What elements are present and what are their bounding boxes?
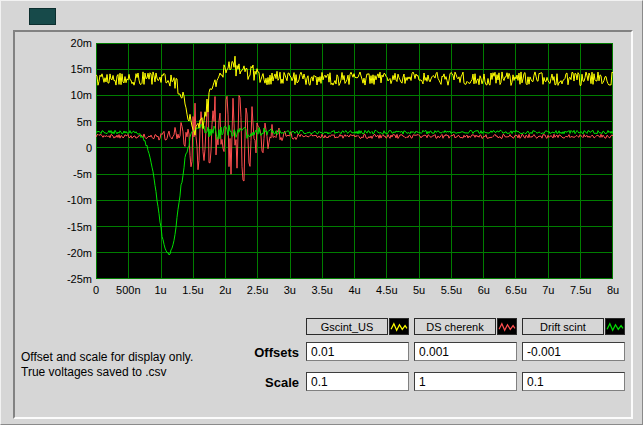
offset-input-gscint-us[interactable] [306,342,409,361]
scale-input-ds-cherenk[interactable] [414,372,517,391]
x-tick-label: 500n [116,284,140,296]
legend-label: Gscint_US [306,318,388,335]
x-tick-label: 7u [542,284,554,296]
offset-input-ds-cherenk[interactable] [414,342,517,361]
x-tick-label: 2u [219,284,231,296]
y-tick-label: 0 [86,142,92,154]
y-tick-label: 10m [71,89,92,101]
x-tick-label: 5u [413,284,425,296]
legend-item-gscint-us[interactable]: Gscint_US [306,318,409,335]
front-panel: 20m15m10m5m0-5m-10m-15m-20m-25m 0500n1u1… [0,0,643,425]
legend-label: DS cherenk [414,318,496,335]
x-tick-label: 3.5u [311,284,332,296]
x-tick-label: 4u [348,284,360,296]
x-tick-label: 7.5u [570,284,591,296]
x-tick-label: 0 [93,284,99,296]
note-line-1: Offset and scale for display only. [21,350,193,365]
y-tick-label: 15m [71,63,92,75]
teal-decoration-rectangle [29,8,56,25]
waveform-icon[interactable] [605,318,625,335]
y-tick-label: -15m [67,221,92,233]
x-tick-label: 2.5u [247,284,268,296]
x-tick-label: 5.5u [441,284,462,296]
offset-input-drift-scint[interactable] [522,342,625,361]
y-tick-label: -25m [67,273,92,285]
legend-item-drift-scint[interactable]: Drift scint [522,318,625,335]
scale-input-gscint-us[interactable] [306,372,409,391]
x-axis: 0500n1u1.5u2u2.5u3u3.5u4u4.5u5u5.5u6u6.5… [96,284,613,298]
y-tick-label: -20m [67,247,92,259]
waveform-icon[interactable] [497,318,517,335]
x-tick-label: 3u [284,284,296,296]
x-tick-label: 4.5u [376,284,397,296]
note-text: Offset and scale for display only. True … [21,350,193,380]
scale-label: Scale [171,375,299,390]
y-tick-label: 20m [71,37,92,49]
y-tick-label: 5m [77,116,92,128]
legend-label: Drift scint [522,318,604,335]
scale-input-drift-scint[interactable] [522,372,625,391]
x-tick-label: 6u [478,284,490,296]
x-tick-label: 1u [155,284,167,296]
x-tick-label: 8u [607,284,619,296]
y-tick-label: -10m [67,194,92,206]
note-line-2: True voltages saved to .csv [21,365,193,380]
y-tick-label: -5m [73,168,92,180]
waveform-icon[interactable] [389,318,409,335]
waveform-graph [96,43,613,279]
waveform-plot-canvas [96,43,613,279]
legend-item-ds-cherenk[interactable]: DS cherenk [414,318,517,335]
x-tick-label: 6.5u [505,284,526,296]
y-axis: 20m15m10m5m0-5m-10m-15m-20m-25m [39,43,92,279]
x-tick-label: 1.5u [182,284,203,296]
offsets-label: Offsets [171,345,299,360]
